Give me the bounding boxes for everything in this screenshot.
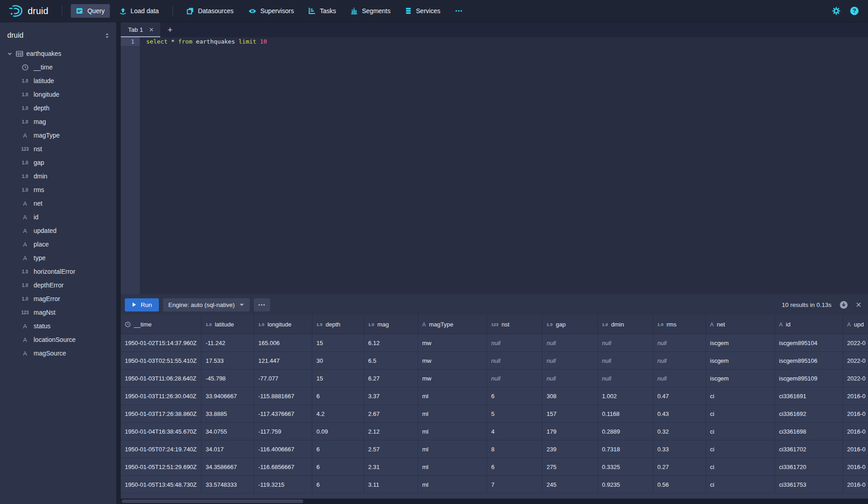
tree-item-rms[interactable]: 1.0rms (0, 183, 116, 197)
cell[interactable]: 1950-01-05T12:51:29.690Z (121, 458, 202, 475)
tree-item-dmin[interactable]: 1.0dmin (0, 169, 116, 183)
cell[interactable]: ci3361691 (775, 387, 843, 405)
cell[interactable]: ci (706, 423, 775, 440)
tab-close-icon[interactable]: ✕ (149, 26, 154, 33)
cell[interactable]: 0.43 (653, 405, 706, 422)
cell[interactable]: null (598, 370, 653, 387)
cell[interactable]: 30 (312, 352, 364, 369)
cell[interactable]: 8 (487, 440, 542, 458)
tree-item-mag[interactable]: 1.0mag (0, 115, 116, 128)
cell[interactable]: 0.09 (312, 423, 364, 440)
cell[interactable]: ml (418, 405, 487, 422)
run-button[interactable]: Run (125, 298, 159, 311)
tab-1[interactable]: Tab 1 ✕ (121, 22, 160, 37)
new-tab-button[interactable]: + (160, 22, 180, 37)
cell[interactable]: 1950-01-03T11:26:30.040Z (121, 387, 202, 405)
cell[interactable]: 2016-0 (843, 387, 868, 405)
cell[interactable]: 0.2889 (598, 423, 653, 440)
column-header-net[interactable]: Anet (706, 315, 775, 334)
cell[interactable]: 2.57 (364, 440, 418, 458)
cell[interactable]: 245 (542, 476, 598, 493)
cell[interactable]: 7 (487, 476, 542, 493)
column-header-magType[interactable]: AmagType (418, 315, 487, 334)
cell[interactable]: iscgem895106 (775, 352, 843, 369)
nav-item-supervisors[interactable]: Supervisors (243, 4, 299, 18)
cell[interactable]: 1950-01-02T15:14:37.960Z (121, 334, 202, 351)
column-header-longitude[interactable]: 1.0longitude (254, 315, 312, 334)
tree-item-magSource[interactable]: AmagSource (0, 346, 116, 360)
cell[interactable]: 0.32 (653, 423, 706, 440)
cell[interactable]: 0.9235 (598, 476, 653, 493)
cell[interactable]: 3.37 (364, 387, 418, 405)
sidebar-resize-handle[interactable] (116, 22, 121, 504)
cell[interactable]: 2022-0 (843, 370, 868, 387)
tree-item-type[interactable]: Atype (0, 251, 116, 265)
tree-item-__time[interactable]: __time (0, 60, 116, 74)
cell[interactable]: 6 (312, 440, 364, 458)
cell[interactable]: iscgem (706, 370, 775, 387)
cell[interactable]: 2016-0 (843, 440, 868, 458)
cell[interactable]: 2016-0 (843, 405, 868, 422)
cell[interactable]: 0.33 (653, 440, 706, 458)
help-icon[interactable]: ? (850, 6, 859, 15)
cell[interactable]: ml (418, 476, 487, 493)
cell[interactable]: ml (418, 423, 487, 440)
cell[interactable]: 6 (487, 458, 542, 475)
cell[interactable]: 0.3325 (598, 458, 653, 475)
nav-item-segments[interactable]: Segments (345, 4, 395, 18)
cell[interactable]: 1950-01-05T13:45:48.730Z (121, 476, 202, 493)
download-icon[interactable] (839, 301, 848, 309)
cell[interactable]: mw (418, 370, 487, 387)
cell[interactable]: 121.447 (254, 352, 312, 369)
cell[interactable]: 33.9406667 (202, 387, 254, 405)
tree-item-latitude[interactable]: 1.0latitude (0, 74, 116, 88)
tree-item-locationSource[interactable]: AlocationSource (0, 333, 116, 346)
cell[interactable]: 6 (312, 476, 364, 493)
cell[interactable]: null (542, 370, 598, 387)
cell[interactable]: 6.5 (364, 352, 418, 369)
cell[interactable]: -115.8881667 (254, 387, 312, 405)
cell[interactable]: ci (706, 440, 775, 458)
cell[interactable]: 2016-0 (843, 476, 868, 493)
scrollbar-thumb[interactable] (122, 499, 303, 503)
cell[interactable]: iscgem (706, 334, 775, 351)
cell[interactable]: 6.12 (364, 334, 418, 351)
cell[interactable]: ci3361698 (775, 423, 843, 440)
cell[interactable]: -116.4006667 (254, 440, 312, 458)
cell[interactable]: mw (418, 334, 487, 351)
settings-icon[interactable] (832, 6, 841, 15)
cell[interactable]: ci3361692 (775, 405, 843, 422)
cell[interactable]: 3.11 (364, 476, 418, 493)
close-results-icon[interactable]: ✕ (856, 301, 862, 309)
schema-selector[interactable]: druid (0, 27, 116, 44)
cell[interactable]: ci (706, 405, 775, 422)
tree-item-magType[interactable]: AmagType (0, 128, 116, 142)
cell[interactable]: null (653, 370, 706, 387)
cell[interactable]: -11.242 (202, 334, 254, 351)
column-header-depth[interactable]: 1.0depth (312, 315, 364, 334)
cell[interactable]: null (542, 334, 598, 351)
horizontal-scrollbar[interactable] (121, 499, 868, 504)
tree-item-place[interactable]: Aplace (0, 237, 116, 251)
tree-item-earthquakes[interactable]: earthquakes (0, 47, 116, 60)
tree-item-updated[interactable]: Aupdated (0, 224, 116, 237)
column-header-nst[interactable]: 123nst (487, 315, 542, 334)
cell[interactable]: 6 (312, 387, 364, 405)
cell[interactable]: 6 (487, 387, 542, 405)
cell[interactable]: 4 (487, 423, 542, 440)
nav-item-services[interactable]: Services (400, 4, 445, 18)
cell[interactable]: -116.6856667 (254, 458, 312, 475)
cell[interactable]: null (653, 352, 706, 369)
cell[interactable]: 1950-01-05T07:24:19.740Z (121, 440, 202, 458)
tree-item-magError[interactable]: 1.0magError (0, 292, 116, 306)
column-header-__time[interactable]: __time (121, 315, 202, 334)
tree-item-depth[interactable]: 1.0depth (0, 101, 116, 115)
cell[interactable]: 2016-0 (843, 458, 868, 475)
cell[interactable]: 6.27 (364, 370, 418, 387)
column-header-gap[interactable]: 1.0gap (542, 315, 598, 334)
cell[interactable]: 0.47 (653, 387, 706, 405)
cell[interactable]: null (598, 334, 653, 351)
engine-select[interactable]: Engine: auto (sql-native) (163, 298, 250, 311)
cell[interactable]: null (487, 352, 542, 369)
cell[interactable]: 157 (542, 405, 598, 422)
